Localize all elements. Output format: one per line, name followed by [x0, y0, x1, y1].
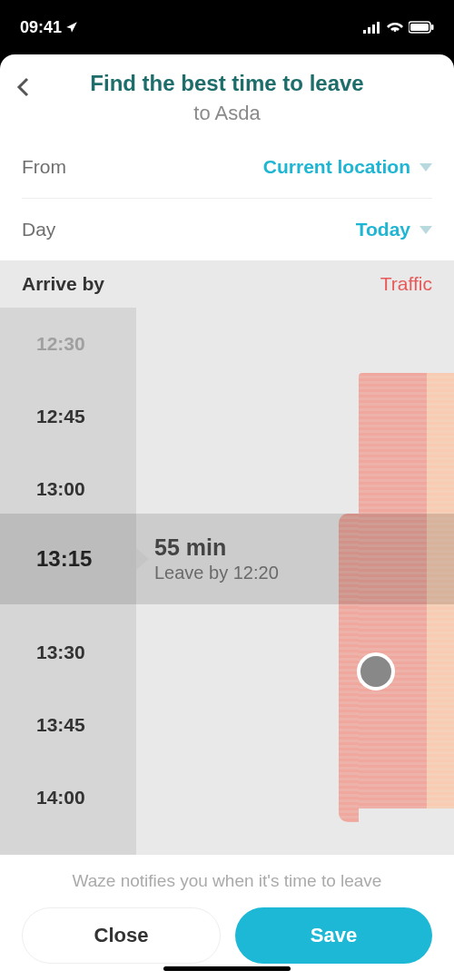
footer-buttons: Close Save — [22, 907, 432, 964]
time-slot[interactable]: 13:45 — [0, 689, 136, 761]
day-value-text: Today — [356, 219, 410, 240]
day-value-selector[interactable]: Today — [356, 219, 432, 240]
drag-handle[interactable] — [357, 652, 395, 691]
from-value-text: Current location — [263, 156, 410, 178]
footer-notice: Waze notifies you when it's time to leav… — [22, 871, 432, 891]
time-slot[interactable]: 12:45 — [0, 380, 136, 453]
save-button[interactable]: Save — [235, 907, 432, 964]
status-time: 09:41 — [20, 18, 78, 37]
time-picker: Arrive by Traffic 12:30 12:45 13:00 13:3… — [0, 260, 454, 855]
selected-leave: Leave by 12:20 — [154, 563, 279, 583]
page-subtitle: to Asda — [18, 102, 436, 125]
time-slot[interactable]: 12:30 — [0, 308, 136, 380]
wifi-icon — [387, 21, 403, 34]
header: Find the best time to leave to Asda — [0, 54, 454, 136]
day-label: Day — [22, 219, 55, 240]
arrive-by-label: Arrive by — [22, 273, 104, 295]
svg-rect-1 — [368, 27, 370, 34]
selected-duration: 55 min — [154, 534, 279, 561]
chevron-left-icon — [16, 77, 29, 97]
battery-icon — [409, 21, 434, 34]
status-bar: 09:41 — [0, 0, 454, 54]
location-arrow-icon — [65, 21, 78, 34]
svg-rect-3 — [377, 22, 380, 34]
close-button[interactable]: Close — [22, 907, 221, 964]
from-value-selector[interactable]: Current location — [263, 156, 432, 178]
from-label: From — [22, 156, 66, 178]
svg-rect-5 — [410, 24, 429, 31]
picker-body[interactable]: 12:30 12:45 13:00 13:30 13:45 14:00 13:1… — [0, 308, 454, 855]
home-indicator[interactable] — [163, 966, 291, 971]
svg-rect-0 — [363, 30, 366, 34]
back-button[interactable] — [16, 74, 29, 103]
time-slot[interactable]: 13:30 — [0, 616, 136, 689]
time-slot[interactable]: 14:00 — [0, 761, 136, 834]
status-icons — [363, 21, 434, 34]
time-text: 09:41 — [20, 18, 62, 37]
page-title: Find the best time to leave — [18, 71, 436, 96]
chevron-down-icon — [419, 163, 432, 172]
selected-info: 55 min Leave by 12:20 — [136, 534, 279, 583]
svg-rect-2 — [372, 24, 375, 34]
selected-time: 13:15 — [0, 546, 136, 572]
arrow-indicator-icon — [136, 548, 149, 570]
main-container: Find the best time to leave to Asda From… — [0, 54, 454, 980]
footer: Waze notifies you when it's time to leav… — [0, 855, 454, 980]
from-field: From Current location — [0, 136, 454, 198]
svg-rect-6 — [431, 24, 434, 30]
day-field: Day Today — [0, 199, 454, 260]
traffic-label: Traffic — [380, 273, 432, 295]
picker-header: Arrive by Traffic — [0, 260, 454, 308]
chevron-down-icon — [419, 226, 432, 234]
signal-icon — [363, 21, 381, 34]
selected-row: 13:15 55 min Leave by 12:20 — [0, 514, 454, 604]
